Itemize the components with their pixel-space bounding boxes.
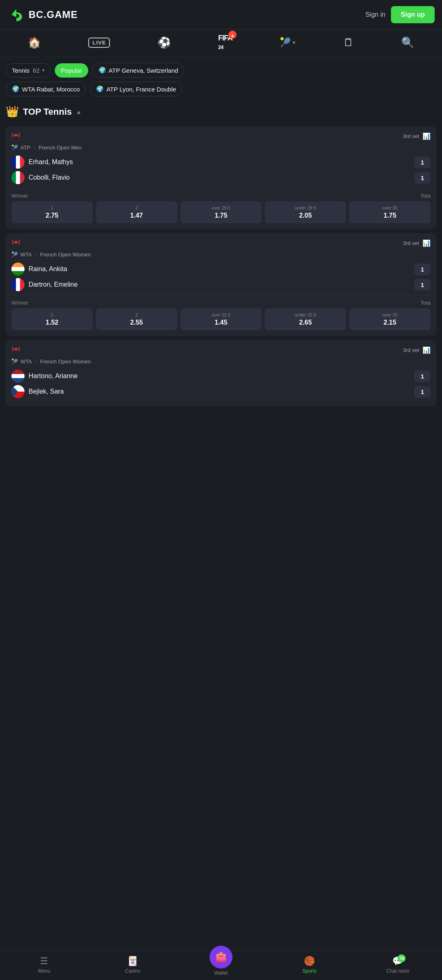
nav-home[interactable]: 🏠 — [28, 36, 41, 49]
live-signal-icon-2 — [11, 239, 20, 247]
svg-point-1 — [15, 134, 17, 136]
logo-text: BC.GAME — [29, 9, 78, 20]
odds-value-1-3: 1.75 — [183, 212, 259, 219]
globe-icon-atp-geneva: 🌍 — [98, 67, 106, 74]
tennis-ball-icon-3: 🎾 — [11, 359, 18, 365]
filter-tennis-count: 62 — [33, 67, 40, 74]
flag-france-2 — [11, 278, 25, 291]
nav-bar: 🏠 LIVE ⚽ FIFA24 🔥 🎾 ▾ 🗒 🔍 — [0, 30, 442, 57]
match-2-player-2-info: Dartron, Emeline — [11, 278, 78, 291]
live-signal-icon-1 — [11, 132, 20, 140]
nav-search[interactable]: 🔍 — [401, 36, 414, 49]
match-2-player-1-info: Raina, Ankita — [11, 263, 67, 276]
odds-value-2-3: 1.45 — [183, 319, 259, 326]
odds-cell-2-5[interactable]: over 33 2.15 — [349, 308, 431, 330]
divider-2 — [11, 295, 431, 296]
list-icon: 🗒 — [343, 36, 354, 49]
filter-tennis[interactable]: Tennis 62 ▾ — [6, 63, 51, 78]
odds-cell-2-3[interactable]: over 32.5 1.45 — [181, 308, 262, 330]
globe-icon-wta-rabat: 🌍 — [12, 85, 20, 93]
filter-wta-rabat[interactable]: 🌍 WTA Rabat, Morocco — [6, 82, 86, 96]
nav-sports[interactable]: ⚽ — [158, 36, 171, 49]
tennis-ball-icon-1: 🎾 — [11, 145, 18, 151]
odds-value-2-1: 1.52 — [14, 319, 90, 326]
odds-label-1-2: 2 — [98, 205, 175, 210]
match-1-tournament: 🎾 ATP › French Open Men — [11, 145, 431, 151]
nav-list[interactable]: 🗒 — [343, 36, 354, 49]
odds-cell-2-4[interactable]: under 32.5 2.65 — [265, 308, 346, 330]
flag-czech-1 — [11, 385, 25, 398]
match-3-org: WTA — [20, 359, 32, 365]
odds-cell-1-2[interactable]: 2 1.47 — [96, 201, 177, 223]
total-label-2: Tota — [420, 300, 431, 306]
stats-icon-2[interactable]: 📊 — [422, 239, 431, 247]
bc-game-logo-icon — [7, 6, 25, 24]
match-1-player-2-name: Cobolli, Flavio — [29, 174, 69, 181]
winner-label-2: Winner — [11, 300, 28, 306]
nav-live[interactable]: LIVE — [88, 38, 110, 48]
stats-icon-1[interactable]: 📊 — [422, 132, 431, 140]
filter-tennis-chevron: ▾ — [42, 67, 45, 73]
match-1-player-2-info: Cobolli, Flavio — [11, 171, 69, 184]
fifa-fire-badge: 🔥 — [228, 31, 237, 39]
odds-label-1-4: under 29.5 — [267, 205, 344, 210]
odds-value-2-2: 2.55 — [98, 319, 175, 326]
filter-tennis-label: Tennis — [12, 67, 29, 74]
match-3-score-1: 1 — [414, 370, 431, 382]
match-2-set-info: 3rd set 📊 — [403, 239, 431, 247]
divider-1 — [11, 188, 431, 189]
match-2-odds-row: 1 1.52 2 2.55 over 32.5 1.45 under 32.5 … — [11, 308, 431, 330]
odds-cell-1-1[interactable]: 1 2.75 — [11, 201, 93, 223]
match-2-odds-header: Winner Tota — [11, 300, 431, 306]
signup-button[interactable]: Sign up — [391, 6, 435, 23]
match-card-3: 3rd set 📊 🎾 WTA › French Open Women Hart… — [6, 340, 436, 406]
filter-popular[interactable]: Popular — [55, 63, 88, 78]
match-3-tournament-name: French Open Women — [40, 359, 91, 365]
match-1-set-info: 3rd set 📊 — [403, 132, 431, 140]
filter-popular-label: Popular — [61, 67, 82, 74]
collapse-icon[interactable]: ▲ — [76, 109, 82, 115]
filter-atp-lyon[interactable]: 🌍 ATP Lyon, France Double — [90, 82, 182, 96]
flag-netherlands-1 — [11, 370, 25, 383]
match-card-1: 3rd set 📊 🎾 ATP › French Open Men Erhard… — [6, 126, 436, 229]
odds-value-1-1: 2.75 — [14, 212, 90, 219]
match-card-2: 3rd set 📊 🎾 WTA › French Open Women Rain… — [6, 233, 436, 336]
match-1-odds-header: Winner Tota — [11, 193, 431, 199]
filter-atp-lyon-label: ATP Lyon, France Double — [106, 86, 176, 93]
odds-cell-2-1[interactable]: 1 1.52 — [11, 308, 93, 330]
odds-cell-1-5[interactable]: over 30 1.75 — [349, 201, 431, 223]
odds-label-2-2: 2 — [98, 312, 175, 317]
live-signal-icon-3 — [11, 346, 20, 354]
filter-atp-geneva[interactable]: 🌍 ATP Geneva, Switzerland — [92, 63, 184, 78]
soccer-icon: ⚽ — [158, 36, 171, 49]
match-1-player-1-row: Erhard, Mathys 1 — [11, 156, 431, 169]
header: BC.GAME Sign in Sign up — [0, 0, 442, 30]
crown-icon: 👑 — [6, 105, 19, 118]
match-1-header: 3rd set 📊 — [11, 132, 431, 140]
stats-icon-3[interactable]: 📊 — [422, 346, 431, 354]
match-1-player-1-name: Erhard, Mathys — [29, 158, 73, 166]
chevron-down-icon: ▾ — [292, 39, 295, 46]
odds-cell-1-3[interactable]: over 29.5 1.75 — [181, 201, 262, 223]
odds-label-2-4: under 32.5 — [267, 312, 344, 317]
signin-button[interactable]: Sign in — [365, 11, 385, 18]
odds-cell-1-4[interactable]: under 29.5 2.05 — [265, 201, 346, 223]
match-3-player-1-name: Hartono, Arianne — [29, 372, 78, 380]
match-2-player-2-name: Dartron, Emeline — [29, 281, 78, 288]
tennis-icon: 🎾 — [280, 37, 291, 48]
match-3-player-1-info: Hartono, Arianne — [11, 370, 78, 383]
filter-wta-rabat-label: WTA Rabat, Morocco — [22, 86, 80, 93]
odds-label-2-1: 1 — [14, 312, 90, 317]
nav-fifa[interactable]: FIFA24 🔥 — [218, 34, 232, 51]
match-1-score-1: 1 — [414, 156, 431, 168]
match-1-player-1-info: Erhard, Mathys — [11, 156, 73, 169]
odds-cell-2-2[interactable]: 2 2.55 — [96, 308, 177, 330]
match-2-header: 3rd set 📊 — [11, 239, 431, 247]
nav-tennis[interactable]: 🎾 ▾ — [280, 37, 295, 48]
flag-france-1 — [11, 156, 25, 169]
match-2-score-2: 1 — [414, 279, 431, 291]
logo: BC.GAME — [7, 6, 78, 24]
odds-value-2-5: 2.15 — [352, 319, 428, 326]
match-3-tournament: 🎾 WTA › French Open Women — [11, 359, 431, 365]
match-3-set-label: 3rd set — [403, 347, 419, 353]
